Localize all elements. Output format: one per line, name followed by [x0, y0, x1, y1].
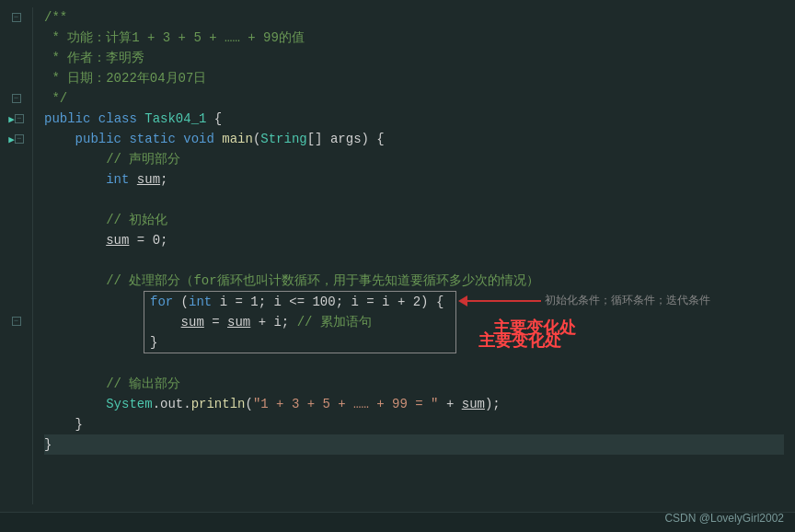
comment-date: * 日期：2022年04月07日: [44, 68, 206, 88]
arrow-annotation: 初始化条件；循环条件；迭代条件: [458, 293, 710, 308]
gutter-3: [0, 48, 32, 68]
gutter-19: [0, 372, 32, 392]
keyword-for: for: [150, 292, 173, 312]
annotation-text: 初始化条件；循环条件；迭代条件: [545, 293, 710, 308]
code-line-8: // 声明部分: [44, 149, 784, 169]
gutter-17: [0, 331, 32, 352]
code-line-22: }: [44, 434, 784, 455]
code-line-9: int sum ;: [44, 169, 784, 190]
var-sum-loop-1: sum: [181, 312, 204, 332]
main-change-label-overlay: 主要变化处: [478, 330, 561, 352]
run-arrow-6[interactable]: ▶: [8, 113, 15, 125]
class-string: String: [260, 129, 306, 149]
code-line-21: }: [44, 414, 784, 434]
gutter-15: [0, 291, 32, 311]
code-editor: − − ▶ − ▶ −: [0, 0, 795, 532]
code-line-15: for ( int i = 1; i <= 100; i = i + 2) {: [150, 292, 450, 312]
code-line-6: public class Task04_1 {: [44, 109, 784, 129]
code-content: /** * 功能：计算1 + 3 + 5 + …… + 99的值 * 作者：李明…: [33, 7, 795, 504]
comment-declare: // 声明部分: [106, 149, 180, 169]
class-task04: Task04_1: [144, 109, 206, 129]
status-bar: CSDN @LovelyGirl2002: [0, 512, 795, 532]
gutter-arrow-6: ▶ −: [0, 109, 32, 129]
comment-process: // 处理部分（for循环也叫计数循环，用于事先知道要循环多少次的情况）: [106, 271, 538, 291]
code-line-20: System .out. println ( "1 + 3 + 5 + …… +…: [44, 394, 784, 414]
code-line-18: [44, 353, 784, 374]
code-line-11: // 初始化: [44, 210, 784, 230]
var-sum-output: sum: [462, 394, 485, 414]
run-arrow-7[interactable]: ▶: [8, 133, 15, 145]
string-output: "1 + 3 + 5 + …… + 99 = ": [253, 394, 439, 414]
method-println: println: [191, 394, 246, 414]
gutter-11: [0, 210, 32, 230]
var-sum-loop-2: sum: [227, 312, 250, 332]
gutter-12: [0, 230, 32, 250]
keyword-class: class: [98, 109, 137, 129]
code-line-14: // 处理部分（for循环也叫计数循环，用于事先知道要循环多少次的情况）: [44, 271, 784, 291]
code-line-19: // 输出部分: [44, 374, 784, 394]
comment-javadoc-close: */: [44, 88, 67, 109]
code-line-12: sum = 0;: [44, 230, 784, 250]
var-sum-decl: sum: [137, 169, 160, 190]
gutter-2: [0, 28, 32, 48]
gutter-arrow-7: ▶ −: [0, 129, 32, 149]
gutter-9: [0, 169, 32, 190]
fold-icon-6[interactable]: −: [15, 114, 24, 123]
comment-output: // 输出部分: [106, 374, 180, 394]
code-area: − − ▶ − ▶ −: [0, 0, 795, 512]
watermark: CSDN @LovelyGirl2002: [664, 512, 784, 525]
arrow-head-icon: [458, 295, 467, 306]
code-line-2: * 功能：计算1 + 3 + 5 + …… + 99的值: [44, 28, 784, 48]
fold-icon-16[interactable]: −: [12, 317, 21, 326]
comment-javadoc-open: /**: [44, 7, 67, 28]
code-line-10: [44, 190, 784, 210]
gutter-20: [0, 392, 32, 412]
gutter-4: [0, 68, 32, 88]
gutter-18: [0, 352, 32, 372]
gutter-fold-16: −: [0, 311, 32, 331]
gutter-fold-5: −: [0, 88, 32, 109]
keyword-static: static: [129, 129, 175, 149]
code-line-7: public static void main ( String [] args…: [44, 129, 784, 149]
gutter-10: [0, 190, 32, 210]
gutter-21: [0, 412, 32, 433]
fold-icon-1[interactable]: −: [12, 13, 21, 22]
comment-accumulate: // 累加语句: [297, 312, 372, 332]
code-line-4: * 日期：2022年04月07日: [44, 68, 784, 88]
arrow-line: [467, 300, 541, 302]
gutter-8: [0, 149, 32, 169]
keyword-public-1: public: [44, 109, 90, 129]
keyword-int-loop: int: [189, 292, 212, 312]
for-block-border: for ( int i = 1; i <= 100; i = i + 2) { …: [144, 291, 456, 353]
code-line-17: }: [150, 332, 450, 353]
comment-author: * 作者：李明秀: [44, 48, 144, 68]
code-line-5: */: [44, 88, 784, 109]
fold-icon-7[interactable]: −: [15, 134, 24, 144]
comment-init: // 初始化: [106, 210, 167, 230]
code-line-13: [44, 250, 784, 271]
gutter-13: [0, 250, 32, 271]
code-line-1: /**: [44, 7, 784, 28]
class-system: System: [106, 394, 152, 414]
method-main: main: [222, 129, 253, 149]
gutter: − − ▶ − ▶ −: [0, 7, 33, 504]
gutter-14: [0, 271, 32, 291]
keyword-int-sum: int: [106, 169, 129, 190]
for-block-wrapper: for ( int i = 1; i <= 100; i = i + 2) { …: [144, 291, 784, 353]
gutter-22: [0, 433, 32, 453]
code-line-16: sum = sum + i; // 累加语句: [150, 312, 450, 332]
gutter-fold-1: −: [0, 7, 32, 28]
comment-function: * 功能：计算1 + 3 + 5 + …… + 99的值: [44, 28, 305, 48]
var-sum-assign: sum: [106, 230, 129, 250]
keyword-public-2: public: [75, 129, 121, 149]
code-line-3: * 作者：李明秀: [44, 48, 784, 68]
keyword-void: void: [183, 129, 214, 149]
fold-icon-5[interactable]: −: [12, 94, 21, 103]
